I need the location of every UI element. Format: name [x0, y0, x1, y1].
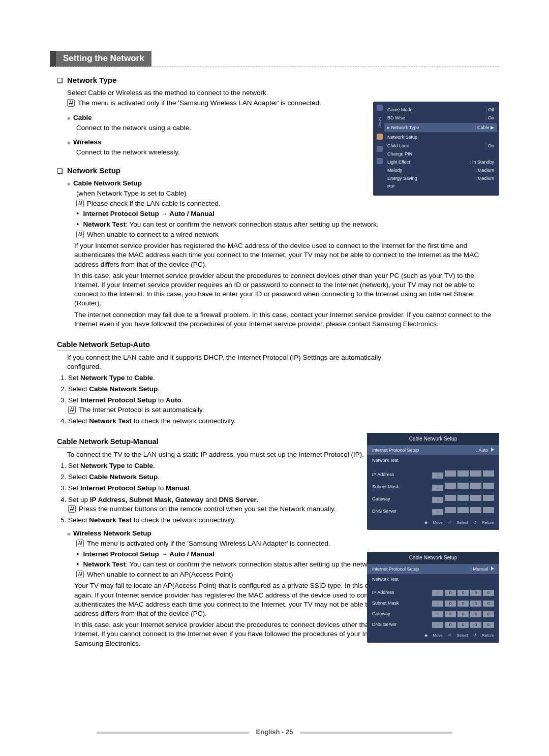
text: If you connect the LAN cable and it supp… [67, 353, 392, 371]
osd-row: Melody: Medium [387, 166, 494, 174]
label: Network Test [372, 457, 399, 463]
osd-row-highlight: Internet Protocol Setup : Manual [367, 564, 499, 574]
osd-footer: ◆ Move ⏎ Select ↺ Return [367, 517, 499, 526]
osd-setup-menu: Setup Game Mode: Off BD Wise: On ▸ Netwo… [373, 102, 499, 196]
cursor-icon: ▸ [387, 125, 390, 130]
osd-row: Energy Saving: Medium [387, 174, 494, 182]
osd-row: Game Mode: Off [387, 106, 494, 114]
osd-row: IP Address: [367, 468, 499, 481]
note: Press the number buttons on the remote c… [68, 505, 385, 514]
step: Set Network Type to Cable. [68, 461, 385, 470]
label: Light Effect [387, 159, 410, 165]
hint: Move [433, 520, 443, 525]
osd-row-highlight: Internet Protocol Setup : Auto [367, 445, 499, 455]
step: Select Cable Network Setup. [68, 385, 385, 394]
osd-row: Change PIN [387, 150, 494, 158]
label: Network Test [372, 576, 399, 582]
paragraph: If you connect the LAN cable and it supp… [67, 353, 392, 371]
setup-tab-label: Setup [377, 117, 383, 128]
text: The internet connection may fail due to … [74, 310, 499, 329]
osd-row: Network Setup [387, 133, 494, 141]
hint: Select [456, 520, 468, 525]
label: Gateway [372, 611, 390, 617]
heading: Network Setup [57, 166, 120, 175]
page-number: English - 25 [256, 728, 293, 736]
note: Please check if the LAN cable is connect… [76, 199, 499, 208]
label: Child Lock [387, 143, 409, 149]
osd-footer: ◆ Move ⏎ Select ↺ Return [367, 630, 499, 639]
text: Select Cable or Wireless as the method t… [67, 88, 392, 98]
label: DNS Server [372, 621, 396, 627]
osd-title: Cable Network Setup [367, 552, 499, 564]
label: Internet Protocol Setup [372, 566, 419, 572]
step: Select Network Test to check the network… [68, 417, 385, 426]
section-header: Setting the Network [50, 51, 151, 67]
paragraph: To connect the TV to the LAN using a sta… [67, 450, 392, 459]
chevron-right-icon [491, 566, 494, 571]
label: IP Address [372, 471, 394, 478]
label: Cable Network Setup [67, 179, 142, 187]
ip-cells: : [431, 495, 494, 503]
osd-row: DNS Server: [367, 505, 499, 517]
note: The Internet Protocol is set automatical… [68, 405, 385, 415]
step: Set up IP Address, Subnet Mask, Gateway … [68, 495, 385, 514]
osd-row: PIP [387, 182, 494, 191]
osd-row: Gateway: [367, 493, 499, 505]
menu-icon [377, 146, 383, 152]
label: Subnet Mask [372, 484, 399, 490]
osd-row: Subnet Mask:0000 [367, 598, 499, 609]
label: Cable [67, 114, 92, 121]
setup-icon [377, 134, 383, 140]
page-footer: English - 25 [0, 728, 549, 737]
step: Set Internet Protocol Setup to Manual. [68, 484, 385, 493]
hint: Return [482, 633, 494, 638]
osd-row-highlight: ▸ Network Type : Cable ▶ [384, 123, 497, 132]
hint: Select [456, 633, 468, 638]
value: : Medium [475, 167, 494, 173]
value: : Manual [470, 566, 488, 572]
bullet: Network Test: You can test or confirm th… [76, 220, 499, 229]
label: IP Address [372, 589, 394, 595]
heading: Network Type [57, 76, 116, 84]
page: Setting the Network Setup Game Mode: Off… [0, 0, 549, 756]
value: : In Standby [470, 159, 494, 165]
value: : Auto [476, 448, 488, 453]
note: The menu is activated only if the 'Samsu… [76, 539, 499, 548]
label: Subnet Mask [372, 600, 399, 606]
step: Select Cable Network Setup. [68, 472, 385, 482]
text: In this case, ask your Internet service … [74, 271, 499, 308]
value: : On [485, 115, 494, 121]
divider [50, 67, 499, 67]
label: Gateway [372, 496, 390, 502]
value: : Cable [475, 125, 490, 130]
paragraph-block: If your Internet service provider has re… [74, 241, 499, 329]
ip-cells: :0000 [431, 589, 494, 596]
subheading-auto: Cable Network Setup-Auto [57, 340, 150, 351]
osd-cable-setup-manual: Cable Network Setup Internet Protocol Se… [367, 552, 499, 643]
label: Network Type [391, 125, 419, 130]
osd-cable-setup-auto: Cable Network Setup Internet Protocol Se… [367, 433, 499, 530]
ip-cells: : [431, 470, 494, 479]
label: Melody [387, 167, 402, 173]
paragraph: Select Cable or Wireless as the method t… [67, 88, 392, 108]
chevron-right-icon: ▶ [491, 125, 494, 130]
value: : On [485, 143, 494, 149]
bullet: Internet Protocol Setup → Auto / Manual [76, 209, 499, 218]
text: To connect the TV to the LAN using a sta… [67, 450, 392, 459]
step: Set Internet Protocol Setup to Auto. The… [68, 396, 385, 414]
label: Game Mode [387, 107, 413, 113]
text: (when Network Type is set to Cable) [76, 190, 187, 197]
osd-row: Child Lock: On [387, 142, 494, 150]
osd-row: Network Test [367, 574, 499, 584]
label: Wireless Network Setup [67, 529, 151, 537]
osd-row: Network Test [367, 455, 499, 465]
menu-icon [377, 105, 383, 111]
label: DNS Server [372, 508, 396, 514]
osd-title: Cable Network Setup [367, 433, 499, 445]
label: PIP [387, 183, 395, 190]
label: Wireless [67, 138, 101, 146]
label: Energy Saving [387, 175, 417, 181]
menu-icon [377, 158, 383, 164]
ip-cells: : [431, 483, 494, 491]
osd-row: Light Effect: In Standby [387, 158, 494, 166]
